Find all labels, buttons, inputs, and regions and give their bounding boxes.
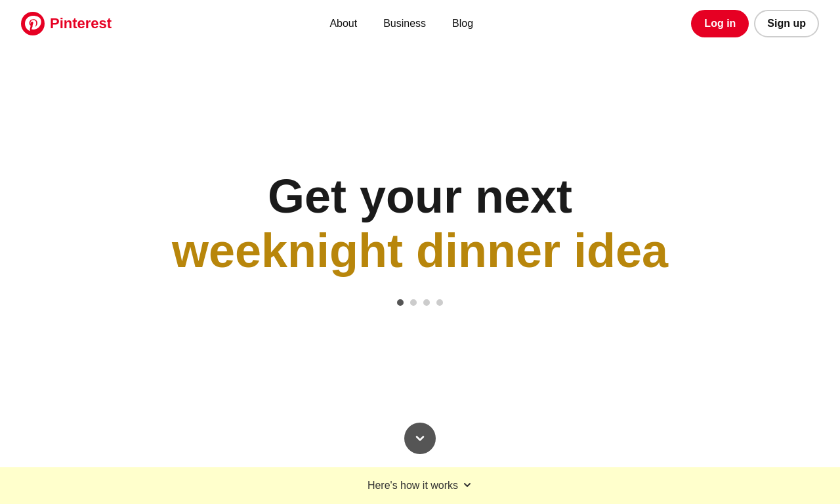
nav-business[interactable]: Business xyxy=(373,12,436,35)
hero-section: Get your next weeknight dinner idea xyxy=(0,47,840,467)
logo-label: Pinterest xyxy=(50,15,112,32)
how-it-works-text: Here's how it works xyxy=(368,480,472,492)
carousel-dot-3[interactable] xyxy=(423,299,430,306)
nav-links: About Business Blog xyxy=(319,12,484,35)
nav-actions: Log in Sign up xyxy=(691,10,819,37)
scroll-down-button[interactable] xyxy=(404,423,436,454)
hero-title: Get your next weeknight dinner idea xyxy=(172,169,668,278)
pinterest-icon xyxy=(21,12,45,35)
how-it-works-bar[interactable]: Here's how it works xyxy=(0,467,840,504)
carousel-dot-2[interactable] xyxy=(410,299,417,306)
how-it-works-chevron xyxy=(462,480,472,492)
navbar: Pinterest About Business Blog Log in Sig… xyxy=(0,0,840,47)
carousel-dots xyxy=(397,299,443,306)
svg-point-0 xyxy=(21,12,45,35)
signup-button[interactable]: Sign up xyxy=(754,10,819,37)
logo-link[interactable]: Pinterest xyxy=(21,12,112,35)
nav-about[interactable]: About xyxy=(319,12,368,35)
nav-blog[interactable]: Blog xyxy=(442,12,484,35)
carousel-dot-4[interactable] xyxy=(436,299,443,306)
hero-line2: weeknight dinner idea xyxy=(172,224,668,278)
how-it-works-label: Here's how it works xyxy=(368,480,458,492)
chevron-down-icon xyxy=(413,432,427,445)
carousel-dot-1[interactable] xyxy=(397,299,404,306)
hero-line1: Get your next xyxy=(172,169,668,224)
login-button[interactable]: Log in xyxy=(691,10,749,37)
